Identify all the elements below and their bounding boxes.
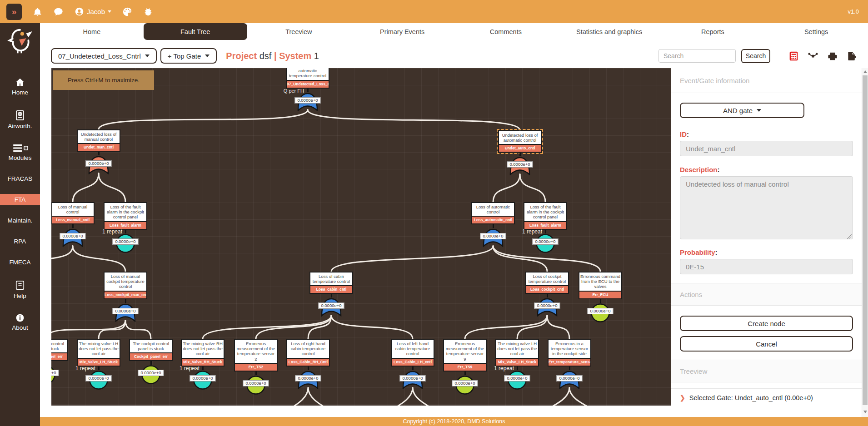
export-icon[interactable] (847, 51, 857, 61)
user-name: Jacob (87, 8, 105, 15)
node-probability-badge: 0.0000e+0 (295, 375, 321, 381)
sidebar-collapse-button[interactable]: » (6, 4, 22, 20)
node-stub (545, 230, 546, 233)
sidebar-item-help[interactable]: Help (0, 277, 40, 302)
node-id-tag: Err_TS9 (444, 363, 486, 371)
debug-bug-icon[interactable] (143, 7, 153, 17)
node-description: Loss of cockpit temperature control (526, 272, 568, 285)
scroll-down-icon[interactable] (863, 411, 867, 413)
tree-node-undet_man[interactable]: Undetected loss of manual controlUndet_m… (77, 129, 120, 176)
search-button[interactable]: Search (741, 49, 770, 63)
node-description: Loss of the fault alarm in the cockpit c… (524, 203, 566, 221)
cancel-button[interactable]: Cancel (680, 336, 853, 352)
tab-primary-events[interactable]: Primary Events (350, 23, 454, 40)
calculator-icon[interactable] (788, 51, 799, 61)
resize-grip-icon[interactable] (847, 234, 852, 239)
sidebar-item-modules[interactable]: Modules (0, 141, 40, 163)
selected-gate-row[interactable]: ❯ Selected Gate: Undet_auto_cntl (0.00e+… (671, 388, 862, 401)
tree-node-err_temp[interactable]: Erroneous in a temperature sensor in the… (548, 339, 591, 391)
sidebar-item-home[interactable]: Home (0, 75, 40, 98)
node-id-tag: Cockpit_panel_err (51, 352, 67, 360)
tree-node-mix_lh_1[interactable]: The mixing valve LH does not let pass th… (77, 339, 120, 392)
tab-reports[interactable]: Reports (661, 23, 765, 40)
node-probability-badge: 0.0000e+0 (480, 233, 506, 239)
node-probability-badge: 0.0000e+0 (112, 238, 138, 245)
print-icon[interactable] (827, 51, 838, 61)
sidebar-item-about[interactable]: About (0, 311, 40, 333)
actions-section-header: Actions (671, 283, 862, 306)
node-stub (150, 361, 152, 365)
tree-node-mix_rh[interactable]: The mixing valve RH does not let pass th… (181, 339, 224, 392)
node-description: Either manual or automatic temperature c… (287, 68, 329, 80)
toolbar: 07_Undetected_Loss_Cntrl + Top Gate Proj… (40, 40, 868, 68)
tab-fault-tree[interactable]: Fault Tree (144, 23, 247, 40)
fault-tree-select-label: 07_Undetected_Loss_Cntrl (58, 52, 141, 60)
node-description: Loss of automatic control (472, 203, 514, 216)
node-probability-badge: 0.0000e+0 (399, 375, 425, 381)
repeat-label: 1 repeat (494, 365, 514, 372)
tree-node-undet_auto[interactable]: Undetected loss of automatic controlUnde… (498, 130, 542, 177)
tab-statistics-and-graphics[interactable]: Statistics and graphics (558, 23, 661, 40)
tree-node-cabin_rh[interactable]: Loss of right hand cabin temperature con… (286, 339, 330, 391)
sidebar-item-fracas[interactable]: FRACAS (0, 173, 40, 184)
node-probability-badge: 0.0000e+0 (504, 375, 530, 381)
fault-tree-canvas[interactable]: Press Ctrl+M to maximize. Either manual … (51, 68, 671, 406)
sidebar-item-maintain[interactable]: Maintain. (0, 215, 40, 226)
tree-node-err_ecu[interactable]: Erroneous command from the ECU to the va… (579, 272, 622, 325)
tab-home[interactable]: Home (40, 23, 144, 40)
tree-node-cockpit[interactable]: Loss of cockpit temperature controlLoss_… (525, 272, 569, 318)
add-top-gate-dropdown[interactable]: + Top Gate (160, 48, 217, 64)
node-stub (72, 224, 74, 228)
node-description: Loss of cabin temperature control (310, 272, 352, 285)
node-id-tag: Loss_Cabin_RH_Cntl (287, 358, 329, 366)
node-id-tag: Loss_cockpit_cntl (526, 285, 568, 293)
sidebar-item-rpa[interactable]: RPA (0, 236, 40, 247)
sidebar-item-airworth[interactable]: Airworth. (0, 108, 40, 132)
tree-node-fault_alarm_r[interactable]: Loss of the fault alarm in the cockpit c… (524, 202, 567, 255)
fault-tree-select-dropdown[interactable]: 07_Undetected_Loss_Cntrl (51, 48, 157, 64)
create-node-button[interactable]: Create node (680, 316, 853, 331)
tree-node-cockpit_panel[interactable]: The cockpit control panel is stuckCockpi… (129, 339, 173, 386)
node-probability-badge: 0.0000e+0 (243, 380, 269, 386)
node-probability-badge: 0.0000e+0 (587, 308, 613, 314)
node-id-tag: Mix_Valve_LH_Stuck (78, 358, 120, 366)
tab-settings[interactable]: Settings (764, 23, 868, 40)
node-probability-badge: 0.0000e+0 (85, 160, 111, 167)
scroll-up-icon[interactable] (863, 70, 867, 73)
gate-type-dropdown[interactable]: AND gate (680, 103, 804, 118)
user-menu[interactable]: Jacob (75, 7, 111, 16)
tree-node-cockpit_man[interactable]: Loss of manual cockpit temperature contr… (104, 272, 147, 324)
sidebar-item-fta[interactable]: FTA (0, 194, 40, 205)
scrollbar-thumb[interactable] (863, 75, 868, 405)
probability-field[interactable] (680, 259, 853, 274)
copyright-text: Copyright (c) 2018-2020, DMD Solutions (403, 418, 505, 425)
tree-node-cabin[interactable]: Loss of cabin temperature controlLoss_ca… (309, 272, 353, 318)
node-stub (98, 367, 100, 370)
tree-node-cut_node[interactable]: The cockpit control panel is stuckCockpi… (51, 339, 68, 386)
tree-node-err_ts9[interactable]: Erroneous measurement of the temperature… (443, 339, 487, 397)
tab-treeview[interactable]: Treeview (247, 23, 351, 40)
node-description: Loss of right hand cabin temperature con… (287, 340, 329, 358)
tree-node-err_ts2[interactable]: Erroneous measurement of the temperature… (234, 339, 278, 397)
node-probability-badge: 0.0000e+0 (60, 233, 85, 239)
tree-node-loss_manual[interactable]: Loss of manual controlLoss_manual_cntl0.… (51, 202, 95, 249)
tree-node-loss_auto[interactable]: Loss of automatic controlLoss_automatic_… (471, 202, 515, 249)
node-description: The mixing valve LH does not let pass th… (78, 340, 120, 358)
panel-scrollbar[interactable] (862, 68, 868, 417)
notifications-bell-icon[interactable] (33, 7, 42, 17)
tree-node-fault_alarm_l[interactable]: Loss of the fault alarm in the cockpit c… (104, 202, 147, 255)
tree-node-mix_lh_2[interactable]: The mixing valve LH does not let pass th… (495, 339, 539, 392)
node-description: Loss of the fault alarm in the cockpit c… (105, 203, 146, 221)
description-field[interactable]: Undetected loss of manual control (680, 176, 853, 239)
hierarchy-icon[interactable] (808, 51, 818, 61)
search-input[interactable] (658, 49, 736, 63)
node-stub (412, 367, 414, 370)
tree-node-cabin_lh[interactable]: Loss of left-hand cabin temperature cont… (391, 339, 434, 391)
id-field[interactable] (680, 141, 853, 156)
node-description: Loss of left-hand cabin temperature cont… (392, 340, 434, 358)
tab-comments[interactable]: Comments (454, 23, 558, 40)
messages-chat-icon[interactable] (53, 7, 64, 17)
sidebar-item-fmeca[interactable]: FMECA (0, 257, 40, 268)
tree-node-top[interactable]: Either manual or automatic temperature c… (286, 68, 329, 113)
theme-palette-icon[interactable] (122, 7, 132, 17)
